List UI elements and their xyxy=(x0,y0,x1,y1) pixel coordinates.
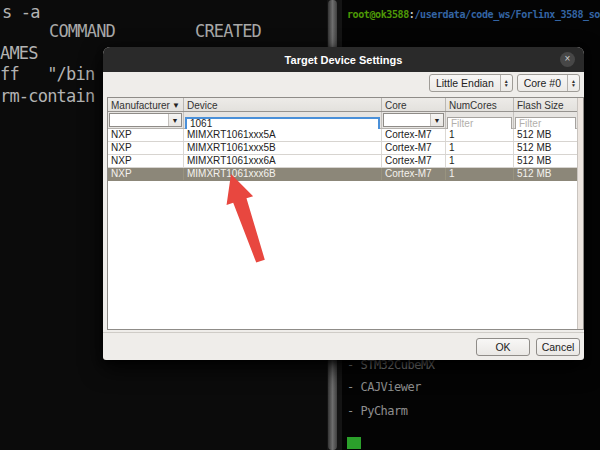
dialog-button-row: OK Cancel xyxy=(103,332,584,360)
chevron-down-icon[interactable]: ▼ xyxy=(430,114,443,126)
cell-flashsize: 512 MB xyxy=(514,142,577,154)
cell-manufacturer: NXP xyxy=(108,155,184,167)
core-filter-cell: ▼ xyxy=(382,112,446,128)
cell-flashsize: 512 MB xyxy=(514,155,577,167)
cell-device: MIMXRT1061xxx6A xyxy=(184,155,382,167)
column-header-flashsize[interactable]: Flash Size xyxy=(514,98,577,111)
core-value: Core #0 xyxy=(518,75,567,91)
terminal-column-header-command: COMMAND xyxy=(49,21,115,41)
device-filter-cell xyxy=(184,112,382,128)
cell-flashsize: 512 MB xyxy=(514,129,577,141)
terminal-line: s -a xyxy=(2,2,40,22)
cell-numcores: 1 xyxy=(446,168,514,180)
terminal-list-item: - STM32CubeMX xyxy=(347,358,434,372)
terminal-line: rm-contain xyxy=(0,86,94,106)
terminal-column-header-created: CREATED xyxy=(195,21,261,41)
cell-core: Cortex-M7 xyxy=(382,155,446,167)
terminal-cursor-block xyxy=(347,437,361,449)
shell-prompt: root@ok3588:/userdata/code_ws/Forlinx_35… xyxy=(347,9,600,20)
endianness-row: Little Endian ▲▼ Core #0 ▲▼ xyxy=(103,74,580,92)
cancel-button[interactable]: Cancel xyxy=(536,338,580,356)
flashsize-filter-cell xyxy=(514,112,577,128)
core-select[interactable]: Core #0 ▲▼ xyxy=(517,74,580,92)
manufacturer-filter-combo[interactable]: ▼ xyxy=(109,113,182,127)
cell-numcores: 1 xyxy=(446,129,514,141)
table-row[interactable]: NXP MIMXRT1061xxx6A Cortex-M7 1 512 MB xyxy=(108,155,577,168)
cell-device: MIMXRT1061xxx5A xyxy=(184,129,382,141)
table-empty-area xyxy=(108,181,577,329)
column-header-device[interactable]: Device xyxy=(184,98,382,111)
cell-device: MIMXRT1061xxx6B xyxy=(184,168,382,180)
prompt-user: root@ok3588 xyxy=(347,9,409,20)
chevron-down-icon[interactable]: ▼ xyxy=(172,101,180,110)
cell-core: Cortex-M7 xyxy=(382,142,446,154)
dialog-title: Target Device Settings xyxy=(285,54,403,66)
terminal-list-item: - CAJViewer xyxy=(347,380,421,394)
cell-manufacturer: NXP xyxy=(108,129,184,141)
cell-manufacturer: NXP xyxy=(108,142,184,154)
cell-device: MIMXRT1061xxx5B xyxy=(184,142,382,154)
cell-numcores: 1 xyxy=(446,155,514,167)
terminal-list-item: - PyCharm xyxy=(347,404,408,418)
close-icon[interactable]: × xyxy=(560,52,575,67)
column-header-numcores[interactable]: NumCores xyxy=(446,98,514,111)
cell-numcores: 1 xyxy=(446,142,514,154)
screen: s -a COMMAND CREATED AMES ff "/bin rm-co… xyxy=(0,0,600,450)
table-row[interactable]: NXP MIMXRT1061xxx5B Cortex-M7 1 512 MB xyxy=(108,142,577,155)
table-vertical-scrollbar[interactable] xyxy=(577,98,583,329)
column-header-label: Manufacturer xyxy=(111,100,170,111)
table-row[interactable]: NXP MIMXRT1061xxx5A Cortex-M7 1 512 MB xyxy=(108,129,577,142)
table-header-row: Manufacturer ▼ Device Core NumCores Flas… xyxy=(108,98,577,112)
manufacturer-filter-cell: ▼ xyxy=(108,112,184,128)
dialog-titlebar[interactable]: Target Device Settings × xyxy=(103,47,584,72)
prompt-path: /userdata/code_ws/Forlinx_3588_sou xyxy=(414,9,600,20)
terminal-line: ff "/bin xyxy=(0,64,94,84)
endianness-select[interactable]: Little Endian ▲▼ xyxy=(429,74,513,92)
column-header-core[interactable]: Core xyxy=(382,98,446,111)
endianness-value: Little Endian xyxy=(430,75,500,91)
column-header-manufacturer[interactable]: Manufacturer ▼ xyxy=(108,98,184,111)
target-device-settings-dialog: Target Device Settings × Little Endian ▲… xyxy=(103,47,584,360)
cell-manufacturer: NXP xyxy=(108,168,184,180)
core-filter-combo[interactable]: ▼ xyxy=(383,113,444,127)
filter-row: ▼ ▼ xyxy=(108,112,577,129)
updown-arrows-icon: ▲▼ xyxy=(567,75,579,91)
terminal-line: AMES xyxy=(0,43,38,63)
device-table: Manufacturer ▼ Device Core NumCores Flas… xyxy=(107,97,584,330)
updown-arrows-icon: ▲▼ xyxy=(500,75,512,91)
chevron-down-icon[interactable]: ▼ xyxy=(168,114,181,126)
cell-core: Cortex-M7 xyxy=(382,168,446,180)
numcores-filter-cell xyxy=(446,112,514,128)
ok-button[interactable]: OK xyxy=(476,338,530,356)
table-row-selected[interactable]: NXP MIMXRT1061xxx6B Cortex-M7 1 512 MB xyxy=(108,168,577,181)
cell-core: Cortex-M7 xyxy=(382,129,446,141)
cell-flashsize: 512 MB xyxy=(514,168,577,180)
